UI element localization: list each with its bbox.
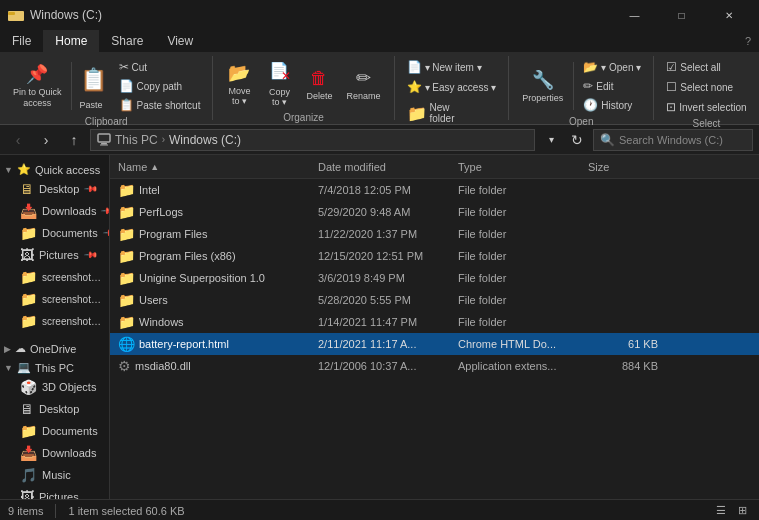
sidebar-item-desktop2[interactable]: 🖥 Desktop <box>0 398 109 420</box>
table-row[interactable]: 📁 Program Files (x86) 12/15/2020 12:51 P… <box>110 245 759 267</box>
svg-rect-2 <box>98 134 110 142</box>
sort-arrow: ▲ <box>150 162 159 172</box>
open-button[interactable]: 📂 ▾ Open ▾ <box>579 58 645 76</box>
open-group: 🔧 Properties 📂 ▾ Open ▾ ✏ Edit 🕐 History <box>509 56 654 120</box>
col-size-label: Size <box>588 161 609 173</box>
sidebar-music-label: Music <box>42 469 71 481</box>
invert-selection-button[interactable]: ⊡ Invert selection <box>662 98 750 116</box>
file-date: 2/11/2021 11:17 A... <box>318 338 458 350</box>
sidebar-item-desktop[interactable]: 🖥 Desktop 📌 <box>0 178 109 200</box>
thispc-header[interactable]: ▼ 💻 This PC <box>0 357 109 376</box>
file-date: 11/22/2020 1:37 PM <box>318 228 458 240</box>
folder-icon: 📁 <box>118 248 135 264</box>
move-to-button[interactable]: 📂 Moveto ▾ <box>221 58 257 110</box>
up-button[interactable]: ↑ <box>62 128 86 152</box>
table-row[interactable]: 📁 Intel 7/4/2018 12:05 PM File folder <box>110 179 759 201</box>
search-icon: 🔍 <box>600 133 615 147</box>
search-box[interactable]: 🔍 Search Windows (C:) <box>593 129 753 151</box>
delete-button[interactable]: 🗑 Delete <box>301 58 337 110</box>
col-header-date[interactable]: Date modified <box>318 161 458 173</box>
table-row[interactable]: ⚙ msdia80.dll 12/1/2006 10:37 A... Appli… <box>110 355 759 377</box>
ribbon-content: 📌 Pin to Quickaccess 📋 Paste ✂ Cut 📄 Cop… <box>0 52 759 124</box>
sidebar-item-screenshots2[interactable]: 📁 screenshots-How-tc <box>0 288 109 310</box>
pictures2-icon: 🖼 <box>20 489 34 499</box>
thispc-expand: ▼ <box>4 363 13 373</box>
address-actions: ▾ ↻ <box>539 128 589 152</box>
tab-home[interactable]: Home <box>43 30 99 52</box>
maximize-button[interactable]: □ <box>659 0 704 30</box>
sidebar-item-downloads[interactable]: 📥 Downloads 📌 <box>0 200 109 222</box>
back-button[interactable]: ‹ <box>6 128 30 152</box>
file-date: 5/29/2020 9:48 AM <box>318 206 458 218</box>
easy-access-button[interactable]: ⭐ ▾ Easy access ▾ <box>403 78 501 96</box>
table-row[interactable]: 🌐 battery-report.html 2/11/2021 11:17 A.… <box>110 333 759 355</box>
sidebar-downloads2-label: Downloads <box>42 447 96 459</box>
tab-file[interactable]: File <box>0 30 43 52</box>
history-button[interactable]: 🕐 History <box>579 96 645 114</box>
sidebar-desktop-label: Desktop <box>39 183 79 195</box>
table-row[interactable]: 📁 Program Files 11/22/2020 1:37 PM File … <box>110 223 759 245</box>
sidebar-item-screenshots1[interactable]: 📁 screenshots-How-tc <box>0 266 109 288</box>
sidebar-item-documents2[interactable]: 📁 Documents <box>0 420 109 442</box>
forward-button[interactable]: › <box>34 128 58 152</box>
file-name: 🌐 battery-report.html <box>118 336 318 352</box>
sidebar-desktop2-label: Desktop <box>39 403 79 415</box>
refresh-button[interactable]: ↻ <box>565 128 589 152</box>
sidebar-screenshots2-label: screenshots-How-tc <box>42 294 101 305</box>
select-none-button[interactable]: ☐ Select none <box>662 78 737 96</box>
open-label: Open <box>569 116 593 127</box>
item-count: 9 items <box>8 505 43 517</box>
address-bar: ‹ › ↑ This PC › Windows (C:) ▾ ↻ 🔍 Searc… <box>0 125 759 155</box>
onedrive-header[interactable]: ▶ ☁ OneDrive <box>0 338 109 357</box>
selected-info: 1 item selected 60.6 KB <box>68 505 184 517</box>
onedrive-expand: ▶ <box>4 344 11 354</box>
cut-button[interactable]: ✂ Cut <box>115 58 205 76</box>
properties-button[interactable]: 🔧 Properties <box>517 60 568 112</box>
quick-access-header[interactable]: ▼ ⭐ Quick access <box>0 159 109 178</box>
tab-share[interactable]: Share <box>99 30 155 52</box>
minimize-button[interactable]: — <box>612 0 657 30</box>
onedrive-label: OneDrive <box>30 343 76 355</box>
sidebar-item-pictures[interactable]: 🖼 Pictures 📌 <box>0 244 109 266</box>
thispc-icon: 💻 <box>17 361 31 374</box>
col-header-type[interactable]: Type <box>458 161 588 173</box>
table-row[interactable]: 📁 Users 5/28/2020 5:55 PM File folder <box>110 289 759 311</box>
rename-button[interactable]: ✏ Rename <box>341 58 385 110</box>
sidebar-item-music[interactable]: 🎵 Music <box>0 464 109 486</box>
breadcrumb-thispc[interactable]: This PC <box>115 133 158 147</box>
edit-button[interactable]: ✏ Edit <box>579 77 645 95</box>
open-buttons: 🔧 Properties 📂 ▾ Open ▾ ✏ Edit 🕐 History <box>517 58 645 114</box>
details-view-button[interactable]: ☰ <box>712 502 730 519</box>
table-row[interactable]: 📁 PerfLogs 5/29/2020 9:48 AM File folder <box>110 201 759 223</box>
dropdown-button[interactable]: ▾ <box>539 128 563 152</box>
select-all-button[interactable]: ☑ Select all <box>662 58 725 76</box>
paste-shortcut-button[interactable]: 📋 Paste shortcut <box>115 96 205 114</box>
folder-icon: 📁 <box>118 204 135 220</box>
view-toggle: ☰ ⊞ <box>712 502 751 519</box>
col-header-size[interactable]: Size <box>588 161 658 173</box>
copy-to-button[interactable]: 📄 ✕ Copyto ▾ <box>261 58 297 110</box>
copy-path-button[interactable]: 📄 Copy path <box>115 77 205 95</box>
sidebar-item-documents[interactable]: 📁 Documents 📌 <box>0 222 109 244</box>
sidebar-item-screenshots3[interactable]: 📁 screenshots-How-tc <box>0 310 109 332</box>
table-row[interactable]: 📁 Windows 1/14/2021 11:47 PM File folder <box>110 311 759 333</box>
svg-rect-3 <box>101 143 107 145</box>
table-row[interactable]: 📁 Unigine Superposition 1.0 3/6/2019 8:4… <box>110 267 759 289</box>
pin-quick-access-button[interactable]: 📌 Pin to Quickaccess <box>8 60 67 112</box>
file-list-area: Name ▲ Date modified Type Size 📁 Intel 7… <box>110 155 759 499</box>
close-button[interactable]: ✕ <box>706 0 751 30</box>
breadcrumb-drive[interactable]: Windows (C:) <box>169 133 241 147</box>
sidebar-item-downloads2[interactable]: 📥 Downloads <box>0 442 109 464</box>
col-header-name[interactable]: Name ▲ <box>118 161 318 173</box>
new-folder-button[interactable]: 📁 Newfolder <box>403 100 459 126</box>
file-name: 📁 PerfLogs <box>118 204 318 220</box>
quick-access-icon: ⭐ <box>17 163 31 176</box>
paste-button[interactable]: 📋 <box>76 62 111 98</box>
tab-view[interactable]: View <box>155 30 205 52</box>
breadcrumb[interactable]: This PC › Windows (C:) <box>90 129 535 151</box>
clipboard-label: Clipboard <box>85 116 128 127</box>
sidebar-item-pictures2[interactable]: 🖼 Pictures <box>0 486 109 499</box>
sidebar-item-3dobjects[interactable]: 🎲 3D Objects <box>0 376 109 398</box>
large-icons-button[interactable]: ⊞ <box>734 502 751 519</box>
new-item-button[interactable]: 📄 ▾ New item ▾ <box>403 58 486 76</box>
